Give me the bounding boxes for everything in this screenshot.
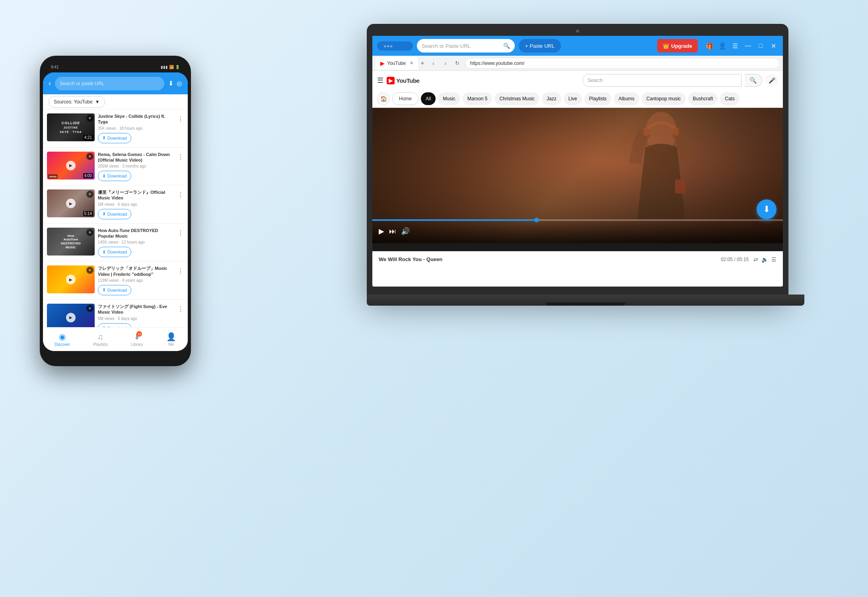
queue-icon[interactable]: ☰ [771, 256, 777, 263]
browser-tab-youtube[interactable]: ▶ YouTube ✕ [376, 57, 418, 70]
video-player: ▶ ⏭ 🔊 ⬇ [372, 108, 783, 251]
sources-dropdown-icon: ▼ [95, 99, 100, 105]
sources-dropdown[interactable]: Sources: YouTube ▼ [49, 96, 105, 108]
download-fab[interactable]: ⬇ [757, 199, 777, 219]
yt-main-content: ▶ ⏭ 🔊 ⬇ We Will R [372, 108, 783, 287]
youtube-tab-icon: ▶ [380, 60, 385, 66]
chip-christmas[interactable]: Christmas Music [494, 92, 539, 105]
home-label[interactable]: Home [392, 92, 418, 105]
yt-search-bar[interactable]: Search [582, 74, 741, 87]
maximize-icon[interactable]: □ [756, 41, 765, 51]
me-icon: 👤 [166, 332, 176, 341]
back-button[interactable]: ‹ [428, 58, 439, 68]
phone-discover-icon[interactable]: ◎ [177, 80, 182, 87]
download-icon-5: ⬇ [102, 287, 106, 293]
chip-bushcraft[interactable]: Bushcraft [688, 92, 718, 105]
thumb-play-2[interactable]: ▶ [66, 161, 76, 170]
menu-icon[interactable]: ☰ [730, 41, 740, 51]
list-item: ▶ + フレデリック「オドループ」Music Video | Frederic … [43, 261, 188, 300]
laptop-base [367, 295, 804, 306]
download-button-1[interactable]: ⬇ Download [98, 133, 131, 143]
phone-search-bar[interactable]: Search or paste URL [55, 77, 164, 90]
chip-maroon5[interactable]: Maroon 5 [463, 92, 492, 105]
more-options-4[interactable]: ⋮ [177, 228, 184, 237]
browser-bar: ▶ YouTube ✕ + ‹ › ↻ https://www.youtube.… [372, 56, 783, 71]
thumb-play-6[interactable]: ▶ [66, 313, 76, 322]
video-meta-3: 1M views · 6 days ago [98, 202, 174, 207]
phone-screen: ‹ Search or paste URL ⬇ ◎ Sources: YouTu… [43, 72, 188, 351]
app-search-bar[interactable]: Search or Paste URL 🔍 [417, 39, 515, 53]
skip-button[interactable]: ⏭ [389, 227, 396, 236]
refresh-button[interactable]: ↻ [452, 58, 463, 68]
phone-status-icons: ▮▮▮ 📶 🔋 [161, 65, 180, 69]
download-button-4[interactable]: ⬇ Download [98, 247, 131, 257]
user-icon[interactable]: 👤 [718, 41, 727, 51]
volume-icon-2[interactable]: 🔉 [761, 256, 768, 263]
download-button-6[interactable]: ⬇ Download [98, 323, 131, 327]
phone-download-icon[interactable]: ⬇ [168, 80, 173, 87]
home-button[interactable]: 🏠 [377, 92, 390, 105]
filter-chips-area: 🏠 Home All Music Maroon 5 Christmas Musi… [372, 90, 783, 108]
list-item: ▶ + ファイトソング (Fight Song) - Eve Music Vid… [43, 300, 188, 327]
yt-hamburger-icon[interactable]: ☰ [377, 76, 383, 85]
volume-button[interactable]: 🔊 [401, 227, 410, 236]
nav-item-library[interactable]: ⬇ 15 Library [131, 332, 143, 347]
more-options-5[interactable]: ⋮ [177, 265, 184, 275]
paste-url-button[interactable]: + Paste URL [519, 39, 561, 53]
thumb-play-3[interactable]: ▶ [66, 199, 76, 208]
more-options-3[interactable]: ⋮ [177, 189, 184, 199]
yt-mic-button[interactable]: 🎤 [765, 74, 778, 87]
chip-cantopop[interactable]: Cantopop music [642, 92, 686, 105]
more-options-1[interactable]: ⋮ [177, 113, 184, 123]
collide-text: COLLIDEJUSTINE SKYE · TYGA [59, 121, 83, 134]
download-button-5[interactable]: ⬇ Download [98, 285, 131, 295]
discover-label: Discover [54, 342, 70, 347]
laptop-camera [576, 29, 579, 33]
phone-bottom-nav: ◉ Discover ♫ Playlists ⬇ 15 Library 👤 M [43, 327, 188, 351]
tab-add-button[interactable]: + [420, 60, 424, 67]
thumb-play-5[interactable]: ▶ [66, 275, 76, 284]
yt-header: ☰ ▶ YouTube Search 🔍 🎤 [372, 71, 783, 90]
chip-music[interactable]: Music [438, 92, 460, 105]
tab-close-button[interactable]: ✕ [410, 60, 413, 66]
more-options-2[interactable]: ⋮ [177, 152, 184, 161]
video-title-1: Justine Skye - Collide (Lyrics) ft. Tyga [98, 113, 174, 125]
gift-icon[interactable]: 🎁 [705, 41, 714, 51]
chip-live[interactable]: Live [564, 92, 582, 105]
shuffle-icon[interactable]: ⇄ [753, 256, 758, 263]
video-info-3: 優里『メリーゴーランド』Official Music Video 1M view… [98, 189, 174, 219]
video-info-2: Rema, Selena Gomez - Calm Down (Official… [98, 152, 174, 181]
thumb-label-2: vevo [48, 174, 58, 179]
chip-playlists[interactable]: Playlists [584, 92, 611, 105]
chip-jazz[interactable]: Jazz [542, 92, 561, 105]
play-button[interactable]: ▶ [379, 227, 384, 236]
thumb-add-button-1[interactable]: + [86, 115, 93, 122]
thumb-add-button-6[interactable]: + [86, 305, 93, 312]
phone-back-button[interactable]: ‹ [49, 79, 51, 88]
thumb-add-button-4[interactable]: + [86, 229, 93, 236]
list-item: ▶ + 4:00 vevo Rema, Selena Gomez - Calm … [43, 148, 188, 186]
download-button-2[interactable]: ⬇ Download [98, 171, 131, 181]
upgrade-button[interactable]: 👑 Upgrade [657, 39, 698, 53]
download-button-3[interactable]: ⬇ Download [98, 209, 131, 219]
phone-status-bar: 9:41 ▮▮▮ 📶 🔋 [43, 61, 188, 72]
forward-button[interactable]: › [440, 58, 451, 68]
yt-search-button[interactable]: 🔍 [745, 74, 762, 87]
video-thumbnail: ▶ ⏭ 🔊 [372, 108, 783, 243]
chip-cats[interactable]: Cats [720, 92, 740, 105]
video-info-5: フレデリック「オドループ」Music Video | Frederic "odd… [98, 265, 174, 295]
nav-item-discover[interactable]: ◉ Discover [54, 332, 70, 347]
nav-item-playlists[interactable]: ♫ Playlists [93, 332, 108, 347]
more-options-6[interactable]: ⋮ [177, 304, 184, 313]
chip-all[interactable]: All [421, 92, 436, 105]
phone-app-header: ‹ Search or paste URL ⬇ ◎ [43, 72, 188, 94]
chip-albums[interactable]: Albums [614, 92, 639, 105]
woman-silhouette [621, 108, 701, 227]
close-icon[interactable]: ✕ [769, 41, 778, 51]
thumb-add-button-2[interactable]: + [86, 153, 93, 160]
url-bar[interactable]: https://www.youtube.com/ [465, 58, 780, 69]
video-meta-5: 119M views · 8 years ago [98, 278, 174, 283]
nav-item-me[interactable]: 👤 Me [166, 332, 176, 347]
minimize-icon[interactable]: — [743, 41, 753, 51]
phone: 9:41 ▮▮▮ 📶 🔋 ‹ Search or paste URL ⬇ ◎ [40, 56, 191, 533]
